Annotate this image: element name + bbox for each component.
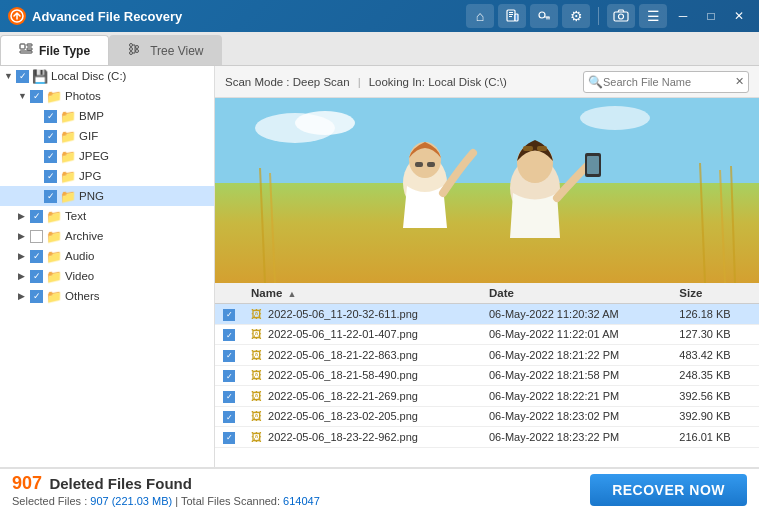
settings-icon[interactable]: ⚙ — [562, 4, 590, 28]
folder-icon: 📁 — [46, 229, 62, 244]
maximize-button[interactable]: □ — [699, 4, 723, 28]
tree-view-tab-icon — [128, 43, 144, 58]
tree-checkbox[interactable]: ✓ — [44, 110, 57, 123]
file-checkbox[interactable]: ✓ — [223, 411, 235, 423]
tab-file-type[interactable]: File Type — [0, 35, 109, 65]
tree-checkbox[interactable]: ✓ — [30, 270, 43, 283]
svg-rect-5 — [515, 14, 518, 21]
file-checkbox[interactable]: ✓ — [223, 432, 235, 444]
sidebar-item-gif[interactable]: ✓📁GIF — [0, 126, 214, 146]
tree-checkbox[interactable]: ✓ — [16, 70, 29, 83]
col-name-label: Name — [251, 287, 282, 299]
tree-checkbox[interactable]: ✓ — [44, 190, 57, 203]
file-name: 2022-05-06_18-23-02-205.png — [268, 410, 418, 422]
tab-tree-view[interactable]: Tree View — [109, 35, 222, 65]
sidebar-item-png[interactable]: ✓📁PNG — [0, 186, 214, 206]
row-checkbox-cell[interactable]: ✓ — [215, 324, 243, 345]
tree-item-label: PNG — [79, 190, 104, 202]
file-name: 2022-05-06_11-20-32-611.png — [268, 308, 418, 320]
svg-point-16 — [136, 46, 139, 49]
table-row[interactable]: ✓ 🖼 2022-05-06_11-22-01-407.png 06-May-2… — [215, 324, 759, 345]
row-checkbox-cell[interactable]: ✓ — [215, 386, 243, 407]
tree-checkbox[interactable]: ✓ — [44, 150, 57, 163]
file-list-header: Name ▲ Date Size — [215, 283, 759, 304]
sidebar-item-others[interactable]: ▶✓📁Others — [0, 286, 214, 306]
table-row[interactable]: ✓ 🖼 2022-05-06_18-21-58-490.png 06-May-2… — [215, 365, 759, 386]
table-row[interactable]: ✓ 🖼 2022-05-06_18-23-22-962.png 06-May-2… — [215, 427, 759, 448]
tree-checkbox[interactable]: ✓ — [44, 130, 57, 143]
col-size[interactable]: Size — [671, 283, 759, 304]
sidebar-item-jpg[interactable]: ✓📁JPG — [0, 166, 214, 186]
svg-rect-2 — [509, 12, 513, 13]
camera-icon[interactable] — [607, 4, 635, 28]
tree-checkbox[interactable]: ✓ — [30, 210, 43, 223]
sidebar-item-video[interactable]: ▶✓📁Video — [0, 266, 214, 286]
svg-rect-7 — [614, 12, 628, 21]
folder-icon: 📁 — [46, 269, 62, 284]
sidebar-item-archive[interactable]: ▶📁Archive — [0, 226, 214, 246]
file-type-tab-icon — [19, 43, 33, 58]
row-checkbox-cell[interactable]: ✓ — [215, 406, 243, 427]
selected-label: Selected Files : — [12, 495, 87, 507]
file-checkbox[interactable]: ✓ — [223, 350, 235, 362]
tree-checkbox[interactable]: ✓ — [30, 290, 43, 303]
row-checkbox-cell[interactable]: ✓ — [215, 365, 243, 386]
file-checkbox[interactable]: ✓ — [223, 391, 235, 403]
row-date-cell: 06-May-2022 11:22:01 AM — [481, 324, 671, 345]
tree-checkbox[interactable]: ✓ — [30, 90, 43, 103]
table-row[interactable]: ✓ 🖼 2022-05-06_11-20-32-611.png 06-May-2… — [215, 304, 759, 325]
tree-arrow: ▶ — [18, 251, 30, 261]
file-name: 2022-05-06_11-22-01-407.png — [268, 328, 418, 340]
tree-item-label: Others — [65, 290, 100, 302]
col-date[interactable]: Date — [481, 283, 671, 304]
file-checkbox[interactable]: ✓ — [223, 329, 235, 341]
svg-point-21 — [580, 106, 650, 130]
close-button[interactable]: ✕ — [727, 4, 751, 28]
sidebar-item-audio[interactable]: ▶✓📁Audio — [0, 246, 214, 266]
tree-item-label: Archive — [65, 230, 103, 242]
file-checkbox[interactable]: ✓ — [223, 370, 235, 382]
sidebar-item-jpeg[interactable]: ✓📁JPEG — [0, 146, 214, 166]
menu-icon[interactable]: ☰ — [639, 4, 667, 28]
svg-rect-34 — [523, 146, 533, 151]
files-icon[interactable] — [498, 4, 526, 28]
tree-item-label: JPG — [79, 170, 101, 182]
row-checkbox-cell[interactable]: ✓ — [215, 427, 243, 448]
tree-checkbox[interactable]: ✓ — [44, 170, 57, 183]
home-icon[interactable]: ⌂ — [466, 4, 494, 28]
search-box: 🔍 ✕ — [583, 71, 749, 93]
row-checkbox-cell[interactable]: ✓ — [215, 304, 243, 325]
svg-rect-31 — [427, 162, 435, 167]
scan-bar: Scan Mode : Deep Scan | Looking In: Loca… — [215, 66, 759, 98]
folder-icon: 📁 — [46, 209, 62, 224]
table-row[interactable]: ✓ 🖼 2022-05-06_18-22-21-269.png 06-May-2… — [215, 386, 759, 407]
tree-checkbox[interactable]: ✓ — [30, 250, 43, 263]
tree-checkbox[interactable] — [30, 230, 43, 243]
svg-rect-12 — [20, 51, 32, 53]
minimize-button[interactable]: ─ — [671, 4, 695, 28]
key-icon[interactable] — [530, 4, 558, 28]
tree-item-label: Video — [65, 270, 94, 282]
sidebar-item-photos[interactable]: ▼✓📁Photos — [0, 86, 214, 106]
svg-rect-10 — [27, 44, 32, 46]
table-row[interactable]: ✓ 🖼 2022-05-06_18-21-22-863.png 06-May-2… — [215, 345, 759, 366]
svg-rect-35 — [537, 146, 547, 151]
svg-rect-1 — [507, 10, 515, 21]
col-name[interactable]: Name ▲ — [243, 283, 481, 304]
row-checkbox-cell[interactable]: ✓ — [215, 345, 243, 366]
file-name: 2022-05-06_18-23-22-962.png — [268, 431, 418, 443]
row-size-cell: 248.35 KB — [671, 365, 759, 386]
search-clear-icon[interactable]: ✕ — [735, 75, 744, 88]
sidebar-item-local-disc--c--[interactable]: ▼✓💾Local Disc (C:) — [0, 66, 214, 86]
search-input[interactable] — [603, 76, 733, 88]
tab-file-type-label: File Type — [39, 44, 90, 58]
file-name: 2022-05-06_18-21-22-863.png — [268, 349, 418, 361]
row-name-cell: 🖼 2022-05-06_11-20-32-611.png — [243, 304, 481, 325]
table-row[interactable]: ✓ 🖼 2022-05-06_18-23-02-205.png 06-May-2… — [215, 406, 759, 427]
tree-item-label: BMP — [79, 110, 104, 122]
folder-icon: 📁 — [46, 89, 62, 104]
sidebar-item-text[interactable]: ▶✓📁Text — [0, 206, 214, 226]
sidebar-item-bmp[interactable]: ✓📁BMP — [0, 106, 214, 126]
recover-now-button[interactable]: RECOVER NOW — [590, 474, 747, 506]
file-checkbox[interactable]: ✓ — [223, 309, 235, 321]
